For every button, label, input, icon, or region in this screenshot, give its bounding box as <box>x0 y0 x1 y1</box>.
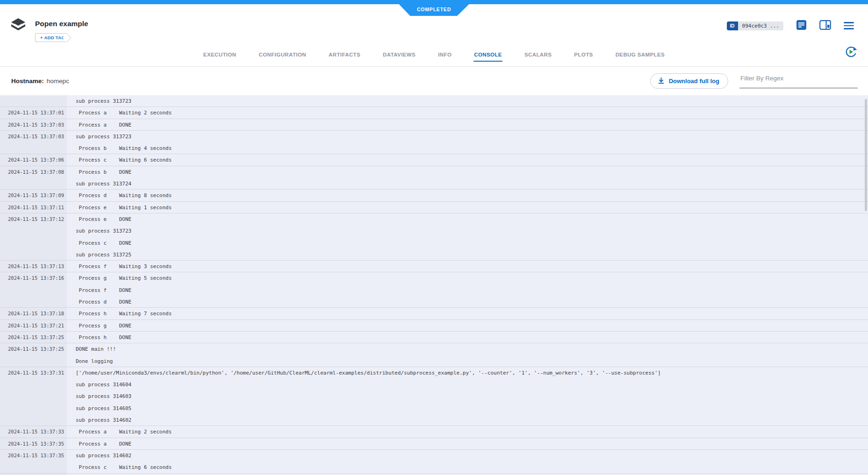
refresh-icon <box>844 53 857 60</box>
console-header: Hostname:homepc Download full log <box>0 67 868 95</box>
log-row: 2024-11-15 13:37:12 Process e DONEsub pr… <box>0 213 868 261</box>
tab-configuration[interactable]: CONFIGURATION <box>258 50 307 62</box>
log-timestamp: 2024-11-15 13:37:13 <box>0 261 67 272</box>
tab-dataviews[interactable]: DATAVIEWS <box>382 50 416 62</box>
log-line: Process c Waiting 6 seconds <box>76 461 868 473</box>
log-timestamp: 2024-11-15 13:37:33 <box>0 426 67 438</box>
menu-button[interactable] <box>844 22 854 29</box>
log-timestamp: 2024-11-15 13:37:01 <box>0 107 67 119</box>
log-line: Process f DONE <box>76 284 868 296</box>
log-line: sub process 314602 <box>76 414 868 426</box>
log-timestamp: 2024-11-15 13:37:18 <box>0 308 67 319</box>
log-timestamp: 2024-11-15 13:37:11 <box>0 202 67 213</box>
tab-plots[interactable]: PLOTS <box>574 50 593 62</box>
log-lines: ['/home/user/Miniconda3/envs/clearml/bin… <box>67 367 868 426</box>
log-row: 2024-11-15 13:37:11 Process e Waiting 1 … <box>0 202 868 213</box>
id-value: 094ce0c3 ... <box>738 21 783 30</box>
log-lines: Process a DONE <box>67 119 868 131</box>
header-actions: ID 094ce0c3 ... <box>727 20 854 32</box>
log-timestamp: 2024-11-15 13:37:08 <box>0 166 67 190</box>
tab-execution[interactable]: EXECUTION <box>203 50 237 62</box>
log-lines: sub process 314602 Process c Waiting 6 s… <box>67 450 868 474</box>
log-line: sub process 313723 <box>76 225 868 237</box>
log-line: Process a Waiting 2 seconds <box>76 107 868 119</box>
log-line: Process a DONE <box>76 119 868 131</box>
log-row: 2024-11-15 13:37:08 Process b DONEsub pr… <box>0 166 868 190</box>
log-line: Process b DONE <box>76 166 868 178</box>
experiment-id-chip[interactable]: ID 094ce0c3 ... <box>727 21 783 30</box>
log-timestamp: 2024-11-15 13:37:21 <box>0 320 67 332</box>
log-row: 2024-11-15 13:37:35sub process 314602 Pr… <box>0 450 868 474</box>
log-row: 2024-11-15 13:37:06 Process c Waiting 6 … <box>0 154 868 166</box>
log-row: 2024-11-15 13:37:25DONE main !!!Done log… <box>0 343 868 367</box>
log-lines: Process a DONE <box>67 438 868 450</box>
log-row: 2024-11-15 13:37:03sub process 313723 Pr… <box>0 131 868 155</box>
menu-icon <box>844 22 854 29</box>
log-timestamp: 2024-11-15 13:37:31 <box>0 367 67 426</box>
log-lines: Process g Waiting 5 seconds Process f DO… <box>67 272 868 308</box>
log-line: sub process 313723 <box>76 131 868 142</box>
status-color-bar <box>0 0 868 4</box>
log-lines: Process h Waiting 7 seconds <box>67 308 868 319</box>
log-line: sub process 314605 <box>76 403 868 414</box>
hostname-label: Hostname: <box>11 78 44 85</box>
log-line: Process e DONE <box>76 213 868 225</box>
log-row: 2024-11-15 13:37:01 Process a Waiting 2 … <box>0 107 868 119</box>
log-line: Process c Waiting 6 seconds <box>76 154 868 166</box>
log-lines: sub process 313723 <box>67 95 868 107</box>
log-line: Done logging <box>76 355 868 367</box>
log-row: 2024-11-15 13:37:03 Process a DONE <box>0 119 868 131</box>
hostname: Hostname:homepc <box>11 78 69 85</box>
log-lines: Process a Waiting 2 seconds <box>67 107 868 119</box>
log-row: sub process 313723 <box>0 95 868 107</box>
details-button[interactable] <box>796 20 807 32</box>
log-timestamp: 2024-11-15 13:37:25 <box>0 332 67 343</box>
tab-bar: EXECUTION CONFIGURATION ARTIFACTS DATAVI… <box>0 44 868 67</box>
add-tag-button[interactable]: + ADD TAG <box>35 33 67 42</box>
log-line: sub process 314604 <box>76 379 868 390</box>
log-line: Process a Waiting 2 seconds <box>76 426 868 438</box>
tab-console[interactable]: CONSOLE <box>473 50 502 62</box>
tab-debug-samples[interactable]: DEBUG SAMPLES <box>615 50 666 62</box>
panel-layout-button[interactable] <box>819 20 831 31</box>
download-label: Download full log <box>669 78 719 85</box>
log-timestamp: 2024-11-15 13:37:35 <box>0 438 67 450</box>
log-timestamp <box>0 95 67 107</box>
log-line: DONE main !!! <box>76 343 868 355</box>
console-log-table[interactable]: sub process 3137232024-11-15 13:37:01 Pr… <box>0 95 868 475</box>
log-row: 2024-11-15 13:37:33 Process a Waiting 2 … <box>0 426 868 438</box>
log-timestamp: 2024-11-15 13:37:25 <box>0 343 67 367</box>
log-line: Process d Waiting 8 seconds <box>76 190 868 201</box>
log-line: Process g DONE <box>76 320 868 332</box>
log-line: Process e Waiting 1 seconds <box>76 202 868 213</box>
tab-info[interactable]: INFO <box>438 50 452 62</box>
auto-refresh-button[interactable] <box>844 45 858 59</box>
panel-layout-icon <box>819 20 831 31</box>
log-lines: Process d Waiting 8 seconds <box>67 190 868 201</box>
download-icon <box>658 77 665 85</box>
log-timestamp: 2024-11-15 13:37:12 <box>0 213 67 261</box>
log-lines: Process e DONEsub process 313723 Process… <box>67 213 868 261</box>
log-lines: Process h DONE <box>67 332 868 343</box>
log-line: Process h Waiting 7 seconds <box>76 308 868 319</box>
log-row: 2024-11-15 13:37:21 Process g DONE <box>0 320 868 332</box>
log-lines: DONE main !!!Done logging <box>67 343 868 367</box>
log-line: Process f Waiting 3 seconds <box>76 261 868 272</box>
log-row: 2024-11-15 13:37:25 Process h DONE <box>0 332 868 343</box>
log-timestamp: 2024-11-15 13:37:06 <box>0 154 67 166</box>
log-row: 2024-11-15 13:37:16 Process g Waiting 5 … <box>0 272 868 308</box>
tab-artifacts[interactable]: ARTIFACTS <box>328 50 361 62</box>
log-row: 2024-11-15 13:37:35 Process a DONE <box>0 438 868 450</box>
filter-regex-input[interactable] <box>739 71 858 88</box>
log-lines: Process g DONE <box>67 320 868 332</box>
log-line: Process h DONE <box>76 332 868 343</box>
log-line: Process b Waiting 4 seconds <box>76 142 868 154</box>
log-row: 2024-11-15 13:37:31['/home/user/Minicond… <box>0 367 868 426</box>
log-lines: Process e Waiting 1 seconds <box>67 202 868 213</box>
vertical-scrollbar-thumb[interactable] <box>865 99 867 211</box>
log-line: Process d DONE <box>76 296 868 308</box>
hostname-value: homepc <box>47 78 69 85</box>
tab-scalars[interactable]: SCALARS <box>524 50 552 62</box>
log-timestamp: 2024-11-15 13:37:09 <box>0 190 67 201</box>
download-full-log-button[interactable]: Download full log <box>650 73 728 89</box>
